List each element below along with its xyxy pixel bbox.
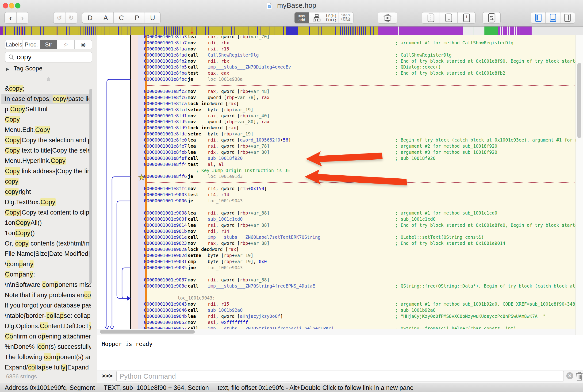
- list-item[interactable]: Copy|Copy text content to clipb…: [1, 207, 91, 218]
- toggle-bottom-panel-button[interactable]: [546, 12, 560, 23]
- list-item[interactable]: In case of typos, copy/paste lice…: [1, 94, 91, 104]
- redo-button[interactable]: ↻: [65, 12, 77, 23]
- disclosure-triangle-icon: ▶: [6, 67, 9, 71]
- list-item[interactable]: p.CopySelHtml: [1, 104, 91, 114]
- bottom-panel-icon: [550, 14, 556, 22]
- cfg-mode-button[interactable]: [309, 12, 324, 23]
- chevron-left-icon: ‹: [9, 14, 12, 22]
- back-button[interactable]: ‹: [5, 12, 16, 23]
- pane-splitter-handle[interactable]: [47, 78, 50, 81]
- toggle-right-panel-button[interactable]: [560, 12, 575, 23]
- list-item[interactable]: Copy|Copy the selection and pu…: [1, 135, 91, 145]
- list-item[interactable]: Note that if any problems encou…: [1, 290, 91, 300]
- red-arrow-call: [306, 152, 383, 166]
- tag-scope-label: Tag Scope: [13, 65, 42, 72]
- list-item[interactable]: Copy: [1, 114, 91, 125]
- status-bar: Address 0x1001e90fc, Segment __TEXT, sub…: [0, 383, 583, 392]
- list-item[interactable]: Expand/collapse fully|Expand or…: [1, 362, 91, 372]
- window-title-area: myBase.hop: [0, 2, 583, 10]
- sidebar-scrollbar[interactable]: [89, 89, 92, 284]
- assembly-mode-button[interactable]: movadd: [295, 12, 309, 23]
- list-item[interactable]: \n\nSoftware components missi…: [1, 280, 91, 290]
- undo-redo-group: ↺ ↻: [53, 12, 77, 24]
- navigation-bar[interactable]: [0, 26, 583, 36]
- list-item[interactable]: Company:: [1, 269, 91, 280]
- list-item[interactable]: 1onCopyAll(): [1, 218, 91, 228]
- right-panel-icon: [564, 14, 571, 22]
- mark-data-button[interactable]: D: [82, 12, 98, 23]
- list-item[interactable]: 1onCopy(): [1, 228, 91, 238]
- list-item[interactable]: File Name|Size|Date Modified|C…: [1, 248, 91, 259]
- clear-console-button[interactable]: ✕: [566, 372, 573, 379]
- forward-button[interactable]: ›: [16, 12, 28, 23]
- list-item[interactable]: %nDone% icon(s) successfully e…: [1, 342, 91, 352]
- mark-ascii-button[interactable]: A: [98, 12, 114, 23]
- title-bar: myBase.hop ‹ › ↺ ↻ D A C P U movadd if(b…: [0, 0, 583, 26]
- pseudocode-mode-button[interactable]: if(b)f(x);: [324, 12, 338, 23]
- list-item[interactable]: \ntable{border-collapse: collaps…: [1, 310, 91, 321]
- annotation-arrows: [97, 35, 583, 335]
- tab-bookmarks[interactable]: ☆: [57, 40, 74, 49]
- search-input[interactable]: [16, 53, 108, 61]
- nav-segment: [0, 26, 3, 36]
- list-item[interactable]: Confirm on opening attachment…: [1, 331, 91, 342]
- python-command-input[interactable]: [116, 371, 564, 382]
- single-pane-button[interactable]: 1: [458, 12, 475, 23]
- cpu-button[interactable]: [378, 12, 397, 24]
- transfer-button[interactable]: [483, 12, 501, 24]
- tab-strings[interactable]: Str: [40, 40, 57, 49]
- hex-mode-button[interactable]: 486F70706572204469: [338, 12, 353, 23]
- strings-count: 6856 strings: [6, 373, 37, 380]
- list-item[interactable]: copyright: [1, 186, 91, 197]
- red-arrow-jump: [305, 170, 407, 186]
- split-pane-button[interactable]: [422, 12, 440, 23]
- left-panel-icon: [535, 14, 542, 22]
- document-icon: [267, 2, 272, 9]
- history-nav-group: ‹ ›: [4, 12, 28, 24]
- console-output: Hopper is ready: [102, 341, 152, 348]
- tab-procedures[interactable]: Proc.: [22, 40, 40, 49]
- bottom-pane-icon: [445, 14, 452, 22]
- list-item[interactable]: copy: [1, 176, 91, 186]
- list-item[interactable]: Dlg.TextBox.Copy: [1, 197, 91, 207]
- single-pane-icon: 1: [463, 14, 470, 22]
- layout-toggle-group: [531, 12, 575, 24]
- split-pane-icon: [427, 14, 434, 22]
- list-item[interactable]: If you forgot your database pass…: [1, 300, 91, 310]
- toggle-left-panel-button[interactable]: [531, 12, 546, 23]
- left-sidebar: Labels Proc. Str ☆ ◉ ✕ ▶ Tag Scope &copy…: [0, 35, 97, 383]
- undo-button[interactable]: ↺: [53, 12, 65, 23]
- chip-icon: [383, 13, 392, 22]
- list-item[interactable]: Menu.Edit.Copy: [1, 125, 91, 135]
- python-command-row: >>> ✕: [97, 370, 583, 383]
- undo-icon: ↺: [57, 14, 62, 22]
- graph-icon: [312, 14, 321, 22]
- redo-icon: ↻: [69, 14, 74, 22]
- list-item[interactable]: Copy text to title|Copy the selec…: [1, 145, 91, 156]
- type-dacpu-group: D A C P U: [82, 12, 160, 24]
- search-field: ✕: [5, 52, 92, 62]
- hopper-window: myBase.hop ‹ › ↺ ↻ D A C P U movadd if(b…: [0, 0, 583, 392]
- list-item[interactable]: Or, copy contents (text/html/ima…: [1, 238, 91, 248]
- list-item[interactable]: &copy;: [1, 83, 91, 94]
- strings-list: &copy;In case of typos, copy/paste lice……: [0, 83, 97, 372]
- swap-arrows-icon: [488, 13, 496, 22]
- tab-labels[interactable]: Labels: [5, 40, 22, 49]
- list-item[interactable]: Copy link address|Copy the link…: [1, 166, 91, 176]
- trash-icon[interactable]: [575, 371, 583, 381]
- disassembly-pane[interactable]: ★ 00000001001e8fa3learbx, qword [rbp+var…: [97, 35, 583, 335]
- pane-options-group: 1: [422, 12, 476, 24]
- list-item[interactable]: The following component(s) are…: [1, 352, 91, 362]
- console-pane: Hopper is ready >>> ✕: [97, 335, 583, 383]
- mark-procedure-button[interactable]: P: [129, 12, 145, 23]
- tag-scope-disclosure[interactable]: ▶ Tag Scope: [6, 65, 42, 72]
- mark-undefined-button[interactable]: U: [145, 12, 160, 23]
- list-item[interactable]: \company: [1, 259, 91, 269]
- sidebar-tab-bar: Labels Proc. Str ☆ ◉: [5, 40, 92, 49]
- list-item[interactable]: Menu.Hyperlink.Copy: [1, 156, 91, 166]
- tab-scope[interactable]: ◉: [74, 40, 92, 49]
- mark-code-button[interactable]: C: [113, 12, 129, 23]
- bottom-pane-button[interactable]: [440, 12, 458, 23]
- list-item[interactable]: Dlg.Options.Content.DefDocTyp…: [1, 321, 91, 331]
- status-text: Address 0x1001e90fc, Segment __TEXT, sub…: [5, 384, 414, 391]
